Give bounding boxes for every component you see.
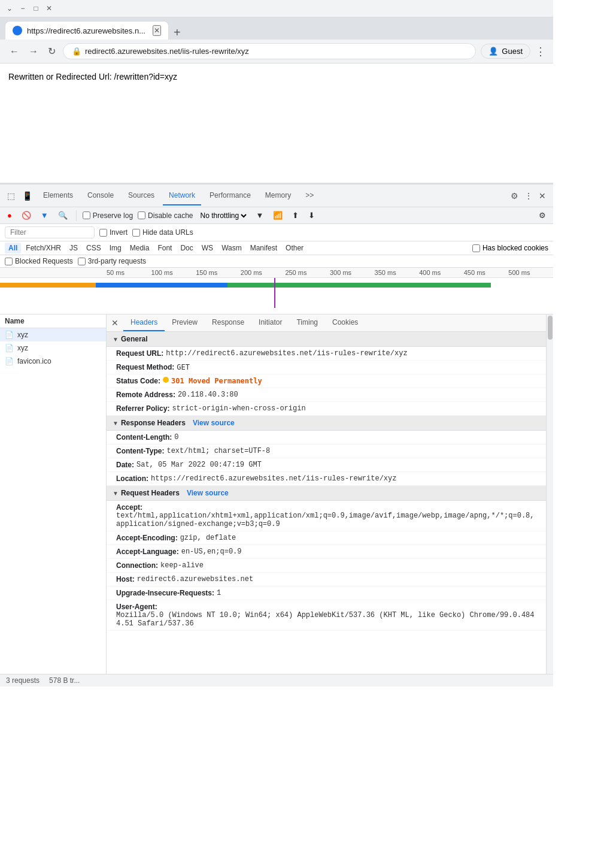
tab-sources[interactable]: Sources bbox=[122, 186, 160, 205]
reload-button[interactable]: ↻ bbox=[45, 43, 58, 59]
tab-timing[interactable]: Timing bbox=[289, 314, 325, 331]
preserve-log-label[interactable]: Preserve log bbox=[83, 211, 133, 220]
tab-cookies[interactable]: Cookies bbox=[325, 314, 365, 331]
tab-preview[interactable]: Preview bbox=[165, 314, 205, 331]
scrollbar[interactable] bbox=[546, 314, 553, 674]
request-view-source-link[interactable]: View source bbox=[187, 489, 229, 497]
field-user-agent: User-Agent: Mozilla/5.0 (Windows NT 10.0… bbox=[107, 600, 546, 631]
type-filter-other[interactable]: Other bbox=[282, 243, 307, 253]
active-tab[interactable]: https://redirect6.azurewebsites.n... ✕ bbox=[5, 21, 169, 40]
chevron-down-button[interactable]: ⌄ bbox=[5, 4, 14, 13]
type-filter-font[interactable]: Font bbox=[154, 243, 175, 253]
ruler-400ms: 400 ms bbox=[419, 269, 464, 276]
tab-close-button[interactable]: ✕ bbox=[153, 25, 161, 36]
third-party-requests-label[interactable]: 3rd-party requests bbox=[78, 257, 146, 265]
devtools-settings-icon[interactable]: ⚙ bbox=[508, 189, 521, 203]
blocked-requests-bar: Blocked Requests 3rd-party requests bbox=[0, 255, 553, 268]
restore-button[interactable]: □ bbox=[31, 4, 41, 13]
hide-data-urls-label[interactable]: Hide data URLs bbox=[132, 228, 193, 237]
filter-input[interactable] bbox=[5, 226, 95, 238]
panel-close-button[interactable]: ✕ bbox=[107, 316, 123, 330]
timeline-ruler: 50 ms 100 ms 150 ms 200 ms 250 ms 300 ms… bbox=[0, 268, 553, 278]
type-filter-doc[interactable]: Doc bbox=[177, 243, 196, 253]
type-filter-css[interactable]: CSS bbox=[83, 243, 105, 253]
field-accept-language: Accept-Language: en-US,en;q=0.9 bbox=[107, 545, 546, 559]
back-button[interactable]: ← bbox=[7, 44, 22, 59]
preserve-log-checkbox[interactable] bbox=[83, 211, 90, 219]
invert-label[interactable]: Invert bbox=[99, 228, 128, 237]
field-request-url: Request URL: http://redirect6.azurewebsi… bbox=[107, 347, 546, 361]
export-icon[interactable]: ⬇ bbox=[306, 210, 317, 221]
inspect-element-icon[interactable]: ⬚ bbox=[5, 189, 17, 203]
has-blocked-cookies-checkbox[interactable] bbox=[472, 244, 480, 252]
timeline-area: 50 ms 100 ms 150 ms 200 ms 250 ms 300 ms… bbox=[0, 268, 553, 314]
browser-menu-button[interactable]: ⋮ bbox=[535, 45, 546, 58]
new-tab-button[interactable]: + bbox=[169, 26, 186, 40]
tab-performance[interactable]: Performance bbox=[204, 186, 257, 205]
tab-response[interactable]: Response bbox=[205, 314, 251, 331]
file-list: Name 📄 xyz 📄 xyz 📄 favicon.ico bbox=[0, 314, 107, 674]
wifi-icon[interactable]: 📶 bbox=[271, 210, 285, 221]
type-filter-js[interactable]: JS bbox=[66, 243, 81, 253]
lock-icon: 🔒 bbox=[72, 47, 81, 56]
url-text: redirect6.azurewebsites.net/iis-rules-re… bbox=[85, 47, 249, 56]
ruler-250ms: 250 ms bbox=[285, 269, 330, 276]
address-input[interactable]: 🔒 redirect6.azurewebsites.net/iis-rules-… bbox=[63, 43, 476, 59]
devtools-close-icon[interactable]: ✕ bbox=[536, 189, 548, 203]
field-content-length: Content-Length: 0 bbox=[107, 431, 546, 444]
throttle-arrow-icon[interactable]: ▼ bbox=[253, 210, 266, 221]
type-filter-ws[interactable]: WS bbox=[198, 243, 217, 253]
forward-button[interactable]: → bbox=[26, 44, 41, 59]
clear-button[interactable]: 🚫 bbox=[19, 210, 34, 221]
guest-button[interactable]: 👤 Guest bbox=[481, 44, 530, 59]
type-filter-fetchxhr[interactable]: Fetch/XHR bbox=[22, 243, 65, 253]
filter-icon[interactable]: ▼ bbox=[38, 210, 51, 221]
tab-memory[interactable]: Memory bbox=[259, 186, 297, 205]
tab-initiator[interactable]: Initiator bbox=[251, 314, 289, 331]
field-remote-address: Remote Address: 20.118.40.3:80 bbox=[107, 388, 546, 402]
throttle-select[interactable]: No throttling bbox=[198, 211, 248, 220]
type-filter-img[interactable]: Img bbox=[106, 243, 125, 253]
blocked-requests-checkbox[interactable] bbox=[5, 258, 13, 265]
ruler-300ms: 300 ms bbox=[330, 269, 375, 276]
tab-more[interactable]: >> bbox=[299, 186, 320, 205]
tab-bar: https://redirect6.azurewebsites.n... ✕ + bbox=[0, 17, 553, 40]
close-button[interactable]: ✕ bbox=[44, 4, 54, 13]
doc-icon: 📄 bbox=[5, 357, 14, 365]
field-host: Host: redirect6.azurewebsites.net bbox=[107, 573, 546, 586]
network-settings-icon[interactable]: ⚙ bbox=[536, 210, 548, 221]
headers-panel: ✕ Headers Preview Response Initiator Tim… bbox=[107, 314, 546, 674]
tab-elements[interactable]: Elements bbox=[37, 186, 79, 205]
tab-network[interactable]: Network bbox=[163, 186, 201, 205]
disable-cache-label[interactable]: Disable cache bbox=[138, 211, 193, 220]
device-toolbar-icon[interactable]: 📱 bbox=[20, 189, 35, 203]
search-icon[interactable]: 🔍 bbox=[56, 210, 70, 221]
devtools-panel: ⬚ 📱 Elements Console Sources Network Per… bbox=[0, 183, 553, 686]
type-filter-media[interactable]: Media bbox=[126, 243, 153, 253]
record-button[interactable]: ● bbox=[5, 210, 14, 221]
list-item[interactable]: 📄 xyz bbox=[0, 341, 106, 355]
import-icon[interactable]: ⬆ bbox=[290, 210, 301, 221]
has-blocked-cookies[interactable]: Has blocked cookies bbox=[472, 244, 548, 252]
minimize-button[interactable]: − bbox=[18, 4, 28, 13]
tab-console[interactable]: Console bbox=[81, 186, 120, 205]
type-filter-manifest[interactable]: Manifest bbox=[247, 243, 281, 253]
disable-cache-checkbox[interactable] bbox=[138, 211, 145, 219]
address-bar: ← → ↻ 🔒 redirect6.azurewebsites.net/iis-… bbox=[0, 40, 553, 63]
list-item[interactable]: 📄 xyz bbox=[0, 328, 106, 341]
timeline-bar-orange bbox=[0, 283, 96, 288]
blocked-requests-label[interactable]: Blocked Requests bbox=[5, 257, 73, 265]
devtools-more-icon[interactable]: ⋮ bbox=[522, 189, 535, 203]
list-item[interactable]: 📄 favicon.ico bbox=[0, 355, 106, 368]
third-party-requests-checkbox[interactable] bbox=[78, 258, 86, 265]
invert-checkbox[interactable] bbox=[99, 229, 107, 237]
timeline-bar-blue bbox=[96, 283, 227, 288]
type-filter-all[interactable]: All bbox=[5, 243, 21, 253]
avatar-icon: 👤 bbox=[488, 47, 498, 56]
scrollbar-thumb bbox=[548, 316, 553, 340]
tab-headers[interactable]: Headers bbox=[123, 314, 165, 331]
headers-sub-tabs: ✕ Headers Preview Response Initiator Tim… bbox=[107, 314, 546, 332]
hide-data-urls-checkbox[interactable] bbox=[132, 229, 140, 237]
response-view-source-link[interactable]: View source bbox=[193, 419, 235, 427]
type-filter-wasm[interactable]: Wasm bbox=[218, 243, 245, 253]
